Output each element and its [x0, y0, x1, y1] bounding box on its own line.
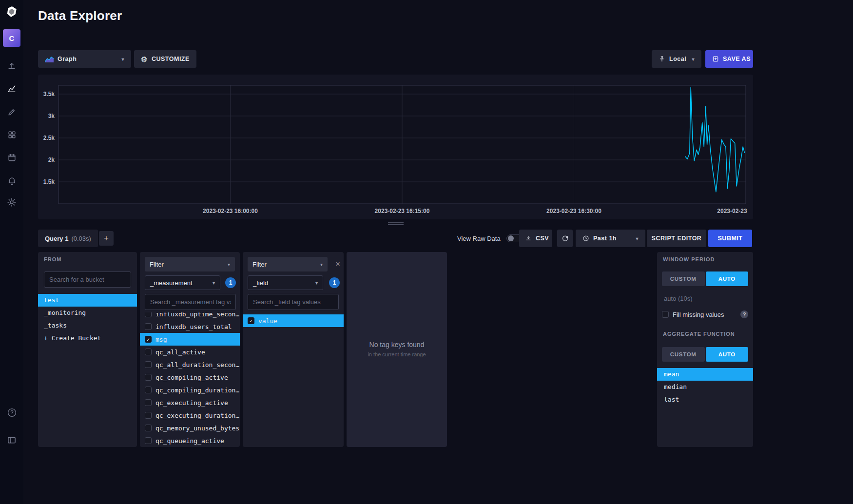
checkbox[interactable] — [145, 312, 152, 317]
checkbox[interactable] — [145, 323, 152, 330]
tag-key-dropdown[interactable]: _measurement ▾ — [145, 275, 220, 290]
measurement-item[interactable]: qc_queueing_active — [140, 434, 240, 447]
calendar-icon[interactable] — [0, 150, 23, 165]
help-icon[interactable] — [0, 405, 23, 420]
aggregate-custom-button[interactable]: CUSTOM — [662, 347, 705, 362]
svg-text:2k: 2k — [48, 156, 55, 163]
checkbox-checked[interactable]: ✓ — [145, 336, 152, 343]
submit-button[interactable]: SUBMIT — [708, 230, 752, 247]
measurement-item[interactable]: ✓msg — [140, 333, 240, 346]
checkbox[interactable] — [145, 425, 152, 431]
measurement-item[interactable]: qc_all_active — [140, 346, 240, 358]
avatar[interactable]: C — [3, 29, 20, 47]
field-item[interactable]: ✓value — [243, 314, 344, 327]
checkbox[interactable] — [145, 412, 152, 419]
fill-missing-checkbox[interactable] — [662, 311, 669, 318]
measurement-search-input[interactable] — [145, 294, 236, 310]
checkbox[interactable] — [145, 361, 152, 368]
checkbox[interactable] — [145, 437, 152, 444]
tag-key-label: _field — [253, 279, 268, 287]
measurement-item[interactable]: influxdb_users_total — [140, 320, 240, 333]
dashboards-icon[interactable] — [0, 127, 23, 142]
graph-icon[interactable] — [0, 81, 23, 96]
script-editor-button[interactable]: SCRIPT EDITOR — [647, 230, 706, 247]
measurement-item[interactable]: influxdb_uptime_secon… — [140, 312, 240, 320]
measurement-item[interactable]: qc_memory_unused_bytes — [140, 422, 240, 434]
checkbox-checked[interactable]: ✓ — [248, 317, 254, 324]
aggregate-function-item[interactable]: median — [657, 381, 753, 393]
csv-button[interactable]: CSV — [519, 230, 552, 247]
measurement-item[interactable]: qc_compiling_duration… — [140, 384, 240, 396]
fill-missing-label: Fill missing values — [673, 311, 724, 318]
upload-icon[interactable] — [0, 58, 23, 73]
aggregate-auto-button[interactable]: AUTO — [706, 347, 749, 362]
bucket-item[interactable]: _monitoring — [38, 307, 137, 319]
local-dropdown[interactable]: Local ▾ — [652, 50, 701, 68]
toggle-knob — [508, 235, 514, 241]
svg-text:2023-02-23 16:30:00: 2023-02-23 16:30:00 — [546, 208, 601, 214]
checkbox[interactable] — [145, 399, 152, 406]
filter-type-dropdown[interactable]: Filter ▾ — [248, 257, 328, 271]
csv-label: CSV — [536, 235, 549, 242]
pin-icon — [659, 56, 665, 62]
window-period-mode: CUSTOM AUTO — [662, 271, 748, 286]
close-icon[interactable]: × — [335, 260, 340, 268]
filter-type-label: Filter — [150, 261, 164, 268]
question-mark-icon[interactable]: ? — [740, 310, 748, 318]
aggregate-header: AGGREGATE FUNCTION — [663, 331, 735, 337]
measurement-item[interactable]: qc_executing_duration… — [140, 409, 240, 422]
aggregate-function-item[interactable]: mean — [657, 368, 753, 381]
bucket-item[interactable]: test — [38, 294, 137, 307]
submit-label: SUBMIT — [718, 235, 743, 242]
bucket-search-input[interactable] — [44, 271, 131, 288]
add-query-button[interactable]: + — [99, 231, 114, 246]
field-search-input[interactable] — [248, 294, 339, 310]
save-as-button[interactable]: SAVE AS — [705, 50, 753, 68]
export-icon — [712, 56, 719, 62]
time-range-dropdown[interactable]: Past 1h ▾ — [576, 230, 645, 247]
query-tab[interactable]: Query 1 (0.03s) — [38, 230, 98, 247]
tag-value-label: msg — [155, 336, 167, 343]
filter-type-dropdown[interactable]: Filter ▾ — [145, 257, 235, 271]
tag-value-label: value — [258, 317, 277, 325]
refresh-icon — [562, 235, 569, 242]
tag-value-label: qc_memory_unused_bytes — [155, 425, 239, 432]
bucket-item[interactable]: + Create Bucket — [38, 332, 137, 345]
fill-missing-row: Fill missing values ? — [662, 310, 748, 319]
chevron-down-icon: ▾ — [692, 57, 695, 62]
svg-text:2023-02-23 16:00:00: 2023-02-23 16:00:00 — [203, 208, 258, 214]
notifications-icon[interactable] — [0, 173, 23, 188]
clock-icon — [582, 235, 589, 242]
tag-key-dropdown[interactable]: _field ▾ — [248, 275, 323, 290]
local-label: Local — [669, 56, 686, 62]
svg-text:3.5k: 3.5k — [43, 91, 55, 97]
refresh-button[interactable] — [557, 230, 573, 247]
measurement-item[interactable]: qc_compiling_active — [140, 371, 240, 384]
window-auto-button[interactable]: AUTO — [706, 271, 749, 286]
influxdb-logo[interactable] — [0, 4, 23, 19]
visualization-type-dropdown[interactable]: Graph ▾ — [38, 50, 131, 68]
measurement-item[interactable]: qc_executing_active — [140, 396, 240, 409]
resize-handle[interactable] — [388, 222, 404, 225]
aggregate-function-item[interactable]: last — [657, 393, 753, 406]
bucket-item[interactable]: _tasks — [38, 319, 137, 332]
chevron-down-icon: ▾ — [320, 262, 323, 267]
checkbox[interactable] — [145, 349, 152, 355]
checkbox[interactable] — [145, 387, 152, 393]
time-range-label: Past 1h — [593, 235, 617, 242]
checkbox[interactable] — [145, 374, 152, 381]
script-editor-label: SCRIPT EDITOR — [652, 235, 702, 242]
save-as-label: SAVE AS — [723, 56, 751, 62]
measurement-item[interactable]: qc_all_duration_secon… — [140, 358, 240, 371]
customize-button[interactable]: ⚙ CUSTOMIZE — [134, 50, 196, 68]
settings-icon[interactable] — [0, 195, 23, 210]
sidebar-toggle-icon[interactable] — [0, 433, 23, 447]
svg-text:3k: 3k — [48, 113, 55, 119]
filter-field-panel: Filter ▾ × _field ▾ 1 ✓value — [243, 252, 344, 447]
window-auto-value: auto (10s) — [664, 295, 693, 302]
chevron-down-icon: ▾ — [228, 262, 230, 267]
window-custom-button[interactable]: CUSTOM — [662, 271, 705, 286]
tag-value-label: qc_executing_duration… — [155, 412, 239, 419]
tag-value-label: influxdb_uptime_secon… — [155, 312, 239, 318]
edit-icon[interactable] — [0, 104, 23, 119]
